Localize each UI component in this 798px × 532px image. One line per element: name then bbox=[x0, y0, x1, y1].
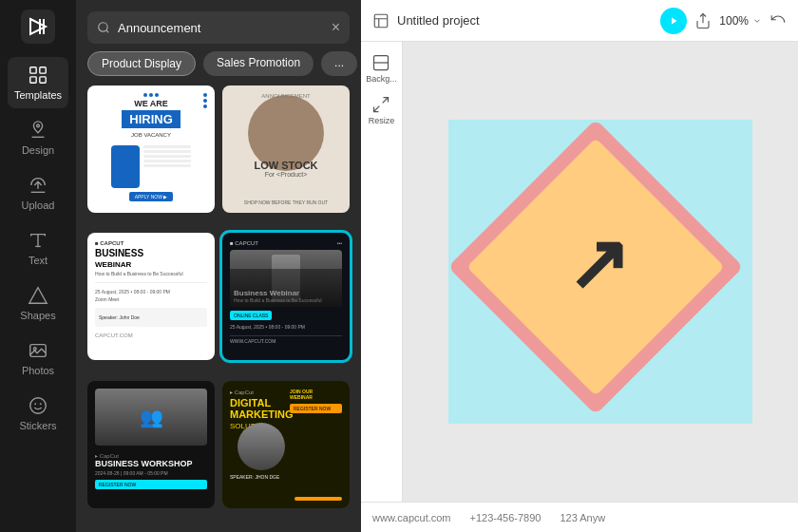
sidebar-item-text[interactable]: Text bbox=[8, 222, 68, 274]
template-card-digital[interactable]: ▸ CapCut DIGITALMARKETING SOLUTION SPEAK… bbox=[222, 381, 350, 508]
canvas-area: Untitled project 100% bbox=[361, 0, 798, 532]
canvas-viewport[interactable]: ↗ bbox=[403, 42, 798, 502]
share-icon[interactable] bbox=[694, 12, 712, 29]
arrow-symbol: ↗ bbox=[566, 226, 630, 302]
filter-tag-product-display[interactable]: Product Display bbox=[87, 51, 196, 76]
filter-tags: Product Display Sales Promotion ... bbox=[76, 51, 361, 86]
diamond-inner: ↗ bbox=[466, 138, 725, 396]
template-card-webinar-dark[interactable]: ■ CAPCUT ••• Business Webinar How to Bui… bbox=[222, 233, 350, 360]
resize-tool[interactable]: Resize bbox=[369, 95, 395, 125]
sidebar-label-templates: Templates bbox=[14, 89, 62, 101]
sidebar-item-design[interactable]: Design bbox=[8, 112, 68, 163]
sidebar: Templates Design Upload Text Shape bbox=[0, 0, 76, 532]
project-title: Untitled project bbox=[397, 13, 653, 28]
canvas-header: Untitled project 100% bbox=[361, 0, 798, 42]
sidebar-item-templates[interactable]: Templates bbox=[8, 57, 68, 108]
svg-point-9 bbox=[30, 398, 47, 414]
background-label: Backg... bbox=[366, 74, 397, 84]
svg-point-8 bbox=[33, 348, 36, 351]
svg-rect-4 bbox=[40, 77, 46, 83]
filter-tag-more[interactable]: ... bbox=[321, 51, 357, 76]
bottom-url: www.capcut.com bbox=[372, 512, 451, 523]
close-icon[interactable]: × bbox=[332, 19, 340, 36]
toolbar-right: 100% bbox=[660, 8, 787, 34]
canvas-icon bbox=[372, 12, 390, 29]
canvas-bottom-bar: www.capcut.com +123-456-7890 123 Anyw bbox=[361, 502, 798, 532]
templates-panel: × Product Display Sales Promotion ... WE… bbox=[76, 0, 361, 532]
svg-point-12 bbox=[99, 23, 107, 31]
sidebar-label-design: Design bbox=[22, 144, 54, 156]
resize-label: Resize bbox=[369, 116, 395, 125]
svg-rect-0 bbox=[21, 10, 55, 44]
svg-point-5 bbox=[37, 124, 40, 127]
sidebar-label-shapes: Shapes bbox=[20, 310, 55, 321]
filter-tag-sales-promotion[interactable]: Sales Promotion bbox=[203, 51, 314, 76]
zoom-level: 100% bbox=[719, 14, 749, 28]
zoom-control[interactable]: 100% bbox=[719, 14, 762, 28]
undo-button[interactable] bbox=[770, 10, 787, 31]
svg-rect-1 bbox=[30, 67, 36, 73]
app-logo bbox=[21, 10, 55, 44]
side-tools: Backg... Resize bbox=[361, 42, 403, 502]
svg-rect-3 bbox=[30, 77, 36, 83]
canvas-content: ↗ bbox=[448, 120, 752, 424]
search-icon bbox=[97, 21, 110, 34]
svg-rect-13 bbox=[374, 14, 388, 28]
bottom-phone: +123-456-7890 bbox=[470, 512, 542, 523]
sidebar-item-upload[interactable]: Upload bbox=[8, 167, 68, 218]
template-card-webinar-light[interactable]: ■ CAPCUT BUSINESS WEBINAR How to Build a… bbox=[87, 233, 215, 360]
background-tool[interactable]: Backg... bbox=[366, 53, 397, 84]
sidebar-label-upload: Upload bbox=[22, 200, 55, 211]
bottom-address: 123 Anyw bbox=[560, 512, 605, 523]
sidebar-label-stickers: Stickers bbox=[19, 420, 56, 431]
template-card-workshop[interactable]: 👥 ▸ CapCut BUSINESS WORKSHOP 2024-08-28 … bbox=[87, 381, 215, 508]
svg-rect-2 bbox=[40, 67, 46, 73]
template-card-lowstock[interactable]: ANNOUNCEMENT LOW STOCK For <Product> SHO… bbox=[222, 86, 350, 213]
sidebar-item-stickers[interactable]: Stickers bbox=[8, 388, 68, 439]
sidebar-label-photos: Photos bbox=[22, 365, 54, 376]
sidebar-item-photos[interactable]: Photos bbox=[8, 332, 68, 384]
chevron-down-icon bbox=[752, 16, 762, 26]
sidebar-item-shapes[interactable]: Shapes bbox=[8, 277, 68, 329]
templates-grid: WE ARE HIRING JOB VACANCY APPLY NOW ▶ bbox=[76, 86, 361, 532]
play-button[interactable] bbox=[660, 8, 687, 34]
template-card-hiring[interactable]: WE ARE HIRING JOB VACANCY APPLY NOW ▶ bbox=[87, 86, 215, 213]
search-bar[interactable]: × bbox=[87, 11, 350, 44]
sidebar-label-text: Text bbox=[28, 255, 48, 266]
sign-diamond-container: ↗ bbox=[491, 162, 710, 381]
search-input[interactable] bbox=[118, 21, 324, 35]
svg-marker-6 bbox=[29, 288, 47, 304]
canvas-side: Backg... Resize bbox=[361, 42, 798, 502]
